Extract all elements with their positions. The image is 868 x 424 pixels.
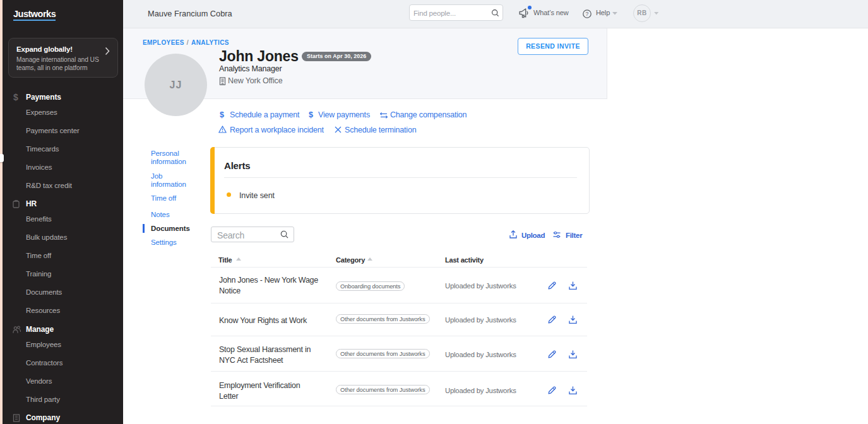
svg-text:$: $ (13, 93, 18, 102)
svg-text:?: ? (586, 11, 589, 17)
